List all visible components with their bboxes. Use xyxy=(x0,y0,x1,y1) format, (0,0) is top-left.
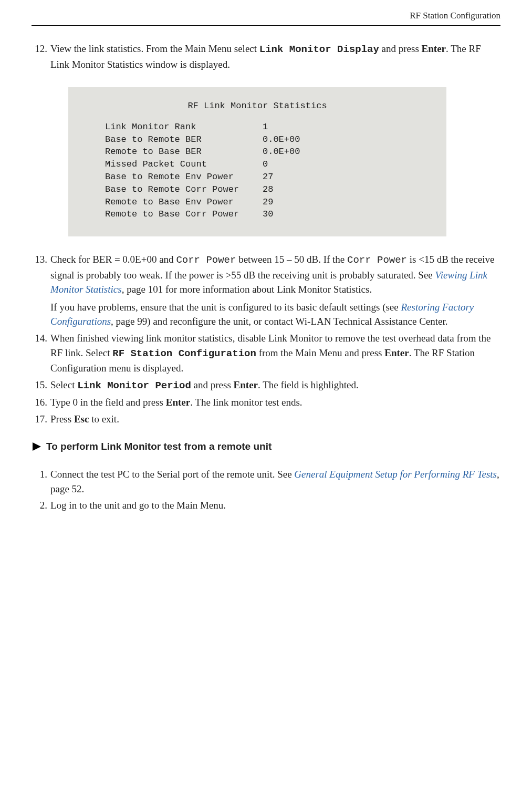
code-label: Remote to Base BER xyxy=(105,146,263,158)
code-value: 0.0E+00 xyxy=(263,133,300,146)
step-14: 14. When finished viewing link monitor s… xyxy=(32,331,500,376)
code-block: RF Link Monitor Statistics Link Monitor … xyxy=(68,87,446,236)
step-12: 12. View the link statistics. From the M… xyxy=(32,42,500,71)
text: Connect the test PC to the Serial port o… xyxy=(50,469,294,480)
step-number: 12. xyxy=(32,42,50,71)
bold-text: Enter xyxy=(422,43,446,54)
mono-text: Corr Power xyxy=(347,254,407,266)
step-body: Press Esc to exit. xyxy=(50,412,500,427)
step-number: 2. xyxy=(32,498,50,513)
code-value: 0.0E+00 xyxy=(263,146,300,158)
step-number: 13. xyxy=(32,252,50,329)
bold-text: Enter xyxy=(166,397,190,408)
mono-text: Link Monitor Display xyxy=(259,44,379,55)
text: and press xyxy=(191,379,234,390)
text: If you have problems, ensure that the un… xyxy=(50,302,401,313)
step-body: Connect the test PC to the Serial port o… xyxy=(50,467,500,496)
sub-paragraph: If you have problems, ensure that the un… xyxy=(50,300,500,329)
step-1b: 1. Connect the test PC to the Serial por… xyxy=(32,467,500,496)
link-text[interactable]: General Equipment Setup for Performing R… xyxy=(294,469,497,480)
step-number: 15. xyxy=(32,378,50,394)
bold-text: Enter xyxy=(234,379,258,390)
step-17: 17. Press Esc to exit. xyxy=(32,412,500,427)
code-row: Base to Remote Corr Power28 xyxy=(68,183,446,196)
text: between 15 – 50 dB. If the xyxy=(236,254,347,265)
step-number: 17. xyxy=(32,412,50,427)
code-label: Base to Remote Corr Power xyxy=(105,183,263,196)
mono-text: Link Monitor Period xyxy=(77,380,191,391)
step-16: 16. Type 0 in the field and press Enter.… xyxy=(32,395,500,410)
code-title: RF Link Monitor Statistics xyxy=(68,100,446,112)
svg-marker-0 xyxy=(33,442,41,451)
arrow-right-icon xyxy=(32,441,42,452)
text: Check for BER = 0.0E+00 and xyxy=(50,254,176,265)
code-value: 27 xyxy=(263,171,273,183)
text: . The link monitor test ends. xyxy=(190,397,302,408)
text: Log in to the unit and go to the Main Me… xyxy=(50,500,226,511)
step-body: Log in to the unit and go to the Main Me… xyxy=(50,498,500,513)
text: Select xyxy=(50,379,77,390)
step-body: View the link statistics. From the Main … xyxy=(50,42,500,71)
step-2b: 2. Log in to the unit and go to the Main… xyxy=(32,498,500,513)
text: , page 101 for more information about Li… xyxy=(122,284,372,295)
code-row: Link Monitor Rank1 xyxy=(68,121,446,133)
text: and press xyxy=(379,43,422,54)
step-number: 1. xyxy=(32,467,50,496)
step-body: Check for BER = 0.0E+00 and Corr Power b… xyxy=(50,252,500,329)
bold-text: Enter xyxy=(384,347,409,358)
code-row: Remote to Base Corr Power30 xyxy=(68,208,446,221)
heading-text: To perform Link Monitor test from a remo… xyxy=(46,441,272,452)
code-value: 0 xyxy=(263,158,268,171)
code-value: 28 xyxy=(263,183,273,196)
step-15: 15. Select Link Monitor Period and press… xyxy=(32,378,500,394)
step-body: When finished viewing link monitor stati… xyxy=(50,331,500,376)
text: from the Main Menu and press xyxy=(256,347,384,358)
code-row: Remote to Base BER0.0E+00 xyxy=(68,146,446,158)
header-title: RF Station Configuration xyxy=(410,11,500,20)
code-label: Base to Remote Env Power xyxy=(105,171,263,183)
text: View the link statistics. From the Main … xyxy=(50,43,259,54)
code-label: Remote to Base Corr Power xyxy=(105,208,263,221)
code-label: Remote to Base Env Power xyxy=(105,196,263,209)
mono-text: RF Station Configuration xyxy=(112,348,256,359)
procedure-heading: To perform Link Monitor test from a remo… xyxy=(32,441,500,452)
step-body: Select Link Monitor Period and press Ent… xyxy=(50,378,500,394)
step-body: Type 0 in the field and press Enter. The… xyxy=(50,395,500,410)
code-value: 1 xyxy=(263,121,268,133)
mono-text: Corr Power xyxy=(176,254,236,266)
text: . The field is highlighted. xyxy=(258,379,359,390)
code-row: Remote to Base Env Power29 xyxy=(68,196,446,209)
code-value: 30 xyxy=(263,208,273,221)
bold-text: Esc xyxy=(74,413,89,425)
code-row: Missed Packet Count0 xyxy=(68,158,446,171)
step-number: 16. xyxy=(32,395,50,410)
text: Press xyxy=(50,413,74,425)
text: Type 0 in the field and press xyxy=(50,397,166,408)
step-number: 14. xyxy=(32,331,50,376)
code-row: Base to Remote Env Power27 xyxy=(68,171,446,183)
code-label: Base to Remote BER xyxy=(105,133,263,146)
step-13: 13. Check for BER = 0.0E+00 and Corr Pow… xyxy=(32,252,500,329)
code-label: Link Monitor Rank xyxy=(105,121,263,133)
code-label: Missed Packet Count xyxy=(105,158,263,171)
code-row: Base to Remote BER0.0E+00 xyxy=(68,133,446,146)
text: , page 99) and reconfigure the unit, or … xyxy=(111,316,447,327)
code-value: 29 xyxy=(263,196,273,209)
text: to exit. xyxy=(89,413,119,425)
page-header: RF Station Configuration xyxy=(32,0,500,26)
